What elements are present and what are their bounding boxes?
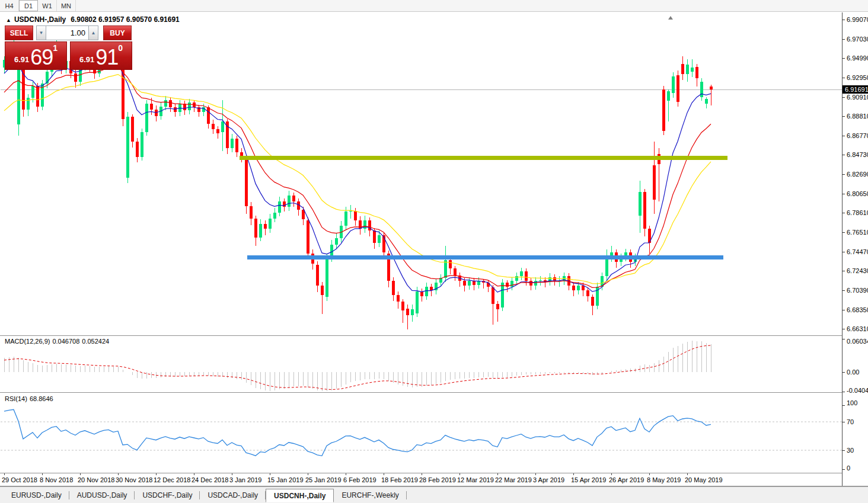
- price-axis[interactable]: 6.91691 6.990706.970306.949906.929506.90…: [842, 12, 868, 486]
- chart-shift-marker[interactable]: [668, 16, 673, 20]
- date-tick: [346, 473, 346, 475]
- sell-button[interactable]: SELL: [5, 25, 33, 40]
- volume-decrease-button[interactable]: ▼: [36, 25, 46, 40]
- price-axis-label: 6.86770: [847, 132, 868, 139]
- chart-title: ▲USDCNH-,Daily6.90802 6.91957 6.90570 6.…: [6, 15, 180, 24]
- date-tick: [42, 473, 43, 475]
- date-label: 3 Jan 2019: [229, 476, 261, 483]
- price-axis-label: 6.82690: [847, 171, 868, 178]
- buy-price-sup: 0: [118, 43, 123, 53]
- price-axis-label: 6.66310: [847, 325, 868, 332]
- date-tick: [232, 473, 232, 475]
- date-label: 24 Dec 2018: [192, 476, 228, 483]
- tab-audusd-daily[interactable]: AUDUSD-,Daily: [69, 489, 135, 501]
- timeframe-w1[interactable]: W1: [38, 0, 57, 11]
- price-axis-label: 6.68350: [847, 306, 868, 313]
- axis-tick: [843, 213, 845, 213]
- date-tick: [194, 473, 194, 475]
- sell-price-sup: 1: [53, 43, 58, 53]
- axis-tick: [843, 78, 845, 78]
- axis-tick: [843, 136, 845, 136]
- tab-usdcnh-daily[interactable]: USDCNH-,Daily: [266, 489, 334, 502]
- date-label: 29 Oct 2018: [2, 476, 37, 483]
- volume-increase-button[interactable]: ▲: [88, 25, 98, 40]
- date-label: 22 Mar 2019: [495, 476, 532, 483]
- date-label: 8 Nov 2018: [40, 476, 73, 483]
- axis-tick: [843, 232, 845, 233]
- axis-tick: [843, 290, 845, 291]
- axis-tick: [843, 329, 845, 329]
- timeframe-mn[interactable]: MN: [57, 0, 76, 11]
- axis-tick: [843, 392, 845, 392]
- axis-tick: [843, 194, 845, 194]
- chevron-down-icon: ▼: [39, 30, 44, 36]
- date-tick: [459, 473, 460, 475]
- price-axis-label: 6.90910: [847, 94, 868, 101]
- price-axis-label: 6.97030: [847, 36, 868, 43]
- axis-tick: [843, 422, 845, 422]
- date-tick: [497, 473, 498, 475]
- axis-tick: [843, 97, 845, 98]
- axis-tick: [843, 116, 845, 117]
- date-tick: [422, 473, 422, 475]
- price-axis-label: 6.74470: [847, 248, 868, 255]
- price-axis-label: 6.88810: [847, 113, 868, 120]
- buy-button[interactable]: BUY: [103, 25, 132, 40]
- date-label: 12 Dec 2018: [154, 476, 190, 483]
- price-axis-label: 6.76510: [847, 229, 868, 236]
- timeframe-toolbar: H4D1W1MN: [0, 0, 868, 12]
- axis-tick: [843, 310, 845, 310]
- price-axis-label: 6.84730: [847, 151, 868, 158]
- one-click-trade-panel: SELL ▼ 1.00 ▲ BUY 6.91 69 1 6.91 91 0: [5, 25, 132, 71]
- date-label: 12 Mar 2019: [457, 476, 494, 483]
- tab-eurchf-weekly[interactable]: EURCHF-,Weekly: [334, 489, 406, 501]
- timeframe-d1[interactable]: D1: [19, 0, 38, 11]
- rsi-indicator-panel[interactable]: [1, 393, 842, 473]
- tab-usdchf-daily[interactable]: USDCHF-,Daily: [135, 489, 200, 501]
- axis-tick: [843, 450, 845, 451]
- macd-axis-label: 0.00: [847, 369, 859, 376]
- date-label: 18 Feb 2019: [381, 476, 418, 483]
- sell-price-panel[interactable]: 6.91 69 1: [5, 41, 67, 70]
- tab-usdcad-daily[interactable]: USDCAD-,Daily: [200, 489, 266, 501]
- date-label: 30 Nov 2018: [116, 476, 152, 483]
- date-label: 28 Feb 2019: [419, 476, 456, 483]
- date-tick: [535, 473, 536, 475]
- symbol-period-label: USDCNH-,Daily: [14, 15, 66, 24]
- rsi-axis-label: 100: [847, 399, 857, 406]
- macd-axis-label: -0.040415: [847, 387, 868, 394]
- buy-price-panel[interactable]: 6.91 91 0: [70, 41, 132, 70]
- date-tick: [118, 473, 119, 475]
- date-tick: [156, 473, 157, 475]
- price-axis-label: 6.70390: [847, 287, 868, 294]
- date-label: 26 Apr 2019: [609, 476, 644, 483]
- date-tick: [687, 473, 688, 475]
- axis-tick: [843, 372, 845, 373]
- collapse-panel-icon[interactable]: ▲: [6, 17, 11, 23]
- axis-tick: [843, 252, 845, 252]
- axis-tick: [843, 39, 845, 40]
- timeframe-h4[interactable]: H4: [0, 0, 19, 11]
- macd-axis-label: 0.060342: [847, 338, 868, 345]
- price-axis-label: 6.99070: [847, 16, 868, 23]
- price-axis-label: 6.94990: [847, 55, 868, 62]
- axis-tick: [843, 20, 845, 20]
- date-tick: [611, 473, 612, 475]
- macd-indicator-panel[interactable]: [1, 336, 842, 392]
- rsi-axis-label: 30: [847, 447, 854, 454]
- tab-eurusd-daily[interactable]: EURUSD-,Daily: [4, 489, 69, 501]
- date-label: 20 May 2019: [685, 476, 723, 483]
- buy-price-prefix: 6.91: [79, 55, 94, 64]
- date-axis[interactable]: 29 Oct 20188 Nov 201820 Nov 201830 Nov 2…: [1, 473, 842, 486]
- price-axis-label: 6.72430: [847, 267, 868, 274]
- date-tick: [270, 473, 270, 475]
- volume-input[interactable]: 1.00: [46, 25, 88, 40]
- date-tick: [573, 473, 574, 475]
- chart-tab-bar: EURUSD-,DailyAUDUSD-,DailyUSDCHF-,DailyU…: [0, 486, 868, 503]
- rsi-label: RSI(14)68.8646: [5, 395, 56, 402]
- buy-price-big: 91: [95, 49, 118, 66]
- date-tick: [80, 473, 81, 475]
- current-price-tag: 6.91691: [843, 85, 868, 94]
- axis-tick: [843, 155, 845, 155]
- axis-tick: [843, 58, 845, 59]
